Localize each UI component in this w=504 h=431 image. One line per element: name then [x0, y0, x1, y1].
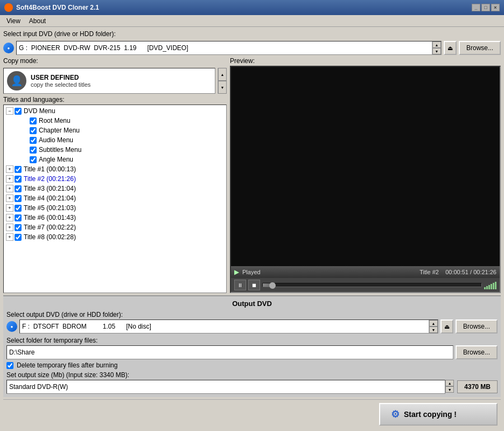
check-title5[interactable]	[15, 205, 22, 212]
output-dvd-eject[interactable]: ⏏	[440, 319, 453, 333]
size-select[interactable]: Standard DVD-R(W) Standard DVD+R(W) Stan…	[6, 380, 445, 394]
menu-about[interactable]: About	[25, 16, 50, 26]
expand-title1[interactable]: +	[6, 165, 13, 173]
vol-bar-3	[488, 285, 490, 289]
app-title: Soft4Boost DVD Cloner 2.1	[16, 4, 472, 11]
vol-bar-6	[495, 282, 496, 289]
stop-button[interactable]: ⏹	[248, 280, 260, 290]
folder-browse[interactable]: Browse...	[456, 345, 498, 359]
output-dvd-label: Select output DVD (drive or HDD folder):	[6, 311, 498, 318]
tree-item-title7[interactable]: + Title #7 (00:02:22)	[5, 223, 225, 232]
label-title8: Title #8 (00:02:28)	[24, 233, 76, 241]
output-dvd-browse[interactable]: Browse...	[456, 319, 498, 333]
input-dvd-browse[interactable]: Browse...	[459, 41, 501, 55]
output-dvd-field-container: ▲ ▼	[19, 319, 438, 333]
expand-title5[interactable]: +	[6, 204, 13, 212]
vol-bar-5	[493, 283, 494, 289]
vol-bar-2	[486, 286, 488, 289]
expand-dvd-menu[interactable]: −	[6, 107, 13, 115]
expand-title2[interactable]: +	[6, 175, 13, 183]
expand-title6[interactable]: +	[6, 214, 13, 221]
check-angle-menu[interactable]	[30, 156, 37, 163]
folder-input[interactable]	[6, 345, 453, 359]
progress-thumb[interactable]	[269, 282, 276, 289]
output-dvd-field[interactable]	[20, 320, 429, 333]
check-title1[interactable]	[15, 166, 22, 173]
tree-item-title1[interactable]: + Title #1 (00:00:13)	[5, 164, 225, 174]
maximize-button[interactable]: □	[481, 4, 490, 11]
copy-mode-down[interactable]: ▼	[218, 81, 227, 94]
folder-row: Browse...	[6, 345, 498, 359]
label-title6: Title #6 (00:01:43)	[24, 214, 76, 221]
check-title7[interactable]	[15, 224, 22, 231]
check-subtitles-menu[interactable]	[30, 147, 37, 154]
tree-item-root-menu[interactable]: Root Menu	[5, 116, 225, 126]
delete-temp-row: Delete temporary files after burning	[6, 362, 498, 369]
tree-item-dvd-menu[interactable]: − DVD Menu	[5, 106, 225, 116]
tree-item-title5[interactable]: + Title #5 (00:21:03)	[5, 203, 225, 213]
tree-item-chapter-menu[interactable]: Chapter Menu	[5, 126, 225, 135]
copy-mode-desc: copy the selected titles	[31, 81, 90, 88]
tree-item-subtitles-menu[interactable]: Subtitles Menu	[5, 145, 225, 155]
tree-item-title6[interactable]: + Title #6 (00:01:43)	[5, 213, 225, 223]
copy-mode-selector[interactable]: 👤 USER DEFINED copy the selected titles	[3, 68, 215, 94]
check-root-menu[interactable]	[30, 117, 37, 124]
output-dvd-down[interactable]: ▼	[429, 326, 438, 333]
expand-title7[interactable]: +	[6, 224, 13, 231]
delete-temp-checkbox[interactable]	[6, 362, 13, 369]
input-dvd-eject[interactable]: ⏏	[444, 41, 457, 55]
output-dvd-spinner: ▲ ▼	[429, 320, 438, 333]
label-audio-menu: Audio Menu	[39, 136, 73, 144]
tree-item-title4[interactable]: + Title #4 (00:21:04)	[5, 193, 225, 203]
menu-view[interactable]: View	[2, 16, 25, 26]
vol-bar-4	[491, 284, 492, 289]
tree-item-title8[interactable]: + Title #8 (00:02:28)	[5, 232, 225, 242]
copy-mode-up[interactable]: ▲	[218, 68, 227, 81]
expand-title4[interactable]: +	[6, 194, 13, 202]
output-dvd-header: Output DVD	[6, 300, 498, 308]
tree-item-angle-menu[interactable]: Angle Menu	[5, 155, 225, 164]
start-label: Start copying !	[404, 410, 457, 419]
check-title6[interactable]	[15, 214, 22, 221]
menu-bar: View About	[0, 15, 504, 27]
check-title8[interactable]	[15, 234, 22, 241]
tree-item-audio-menu[interactable]: Audio Menu	[5, 135, 225, 145]
label-angle-menu: Angle Menu	[39, 156, 73, 163]
input-dvd-label: Select input DVD (drive or HDD folder):	[3, 30, 501, 38]
volume-bars[interactable]	[484, 281, 496, 289]
input-dvd-up[interactable]: ▲	[432, 41, 441, 48]
pause-button[interactable]: ⏸	[234, 280, 246, 290]
player-status: Played	[242, 269, 417, 275]
expand-title8[interactable]: +	[6, 233, 13, 241]
progress-bar[interactable]	[262, 283, 482, 287]
size-label: Set output size (Mb) (Input size: 3340 M…	[6, 371, 498, 379]
action-row: ⚙ Start copying !	[3, 399, 501, 428]
titles-section: Titles and languages: − DVD Menu Root Me…	[3, 96, 227, 293]
player-controls: ⏸ ⏹	[231, 278, 500, 292]
input-dvd-down[interactable]: ▼	[432, 48, 441, 54]
check-title2[interactable]	[15, 176, 22, 183]
start-copying-button[interactable]: ⚙ Start copying !	[379, 403, 498, 426]
minimize-button[interactable]: _	[472, 4, 480, 11]
size-up[interactable]: ▲	[445, 380, 454, 386]
input-dvd-spinner: ▲ ▼	[432, 41, 441, 54]
check-title3[interactable]	[15, 185, 22, 192]
check-chapter-menu[interactable]	[30, 127, 37, 134]
titles-tree[interactable]: − DVD Menu Root Menu Chapter Menu	[3, 105, 227, 293]
tree-item-title2[interactable]: + Title #2 (00:21:26)	[5, 174, 225, 184]
size-down[interactable]: ▼	[445, 386, 454, 393]
input-dvd-field[interactable]	[17, 41, 432, 54]
check-audio-menu[interactable]	[30, 137, 37, 144]
top-section: Copy mode: 👤 USER DEFINED copy the selec…	[3, 57, 501, 293]
right-panel: Preview: ▶ Played Title #2 00:00:51 / 00…	[230, 57, 501, 293]
output-dvd-up[interactable]: ▲	[429, 320, 438, 326]
expand-title3[interactable]: +	[6, 185, 13, 192]
tree-item-title3[interactable]: + Title #3 (00:21:04)	[5, 184, 225, 193]
preview-area: ▶ Played Title #2 00:00:51 / 00:21:26 ⏸ …	[230, 66, 501, 293]
check-title4[interactable]	[15, 195, 22, 202]
copy-mode-label: Copy mode:	[3, 57, 227, 65]
size-spinner: ▲ ▼	[445, 380, 454, 394]
size-select-container: Standard DVD-R(W) Standard DVD+R(W) Stan…	[6, 380, 454, 394]
check-dvd-menu[interactable]	[15, 108, 22, 115]
close-button[interactable]: ×	[491, 4, 500, 11]
